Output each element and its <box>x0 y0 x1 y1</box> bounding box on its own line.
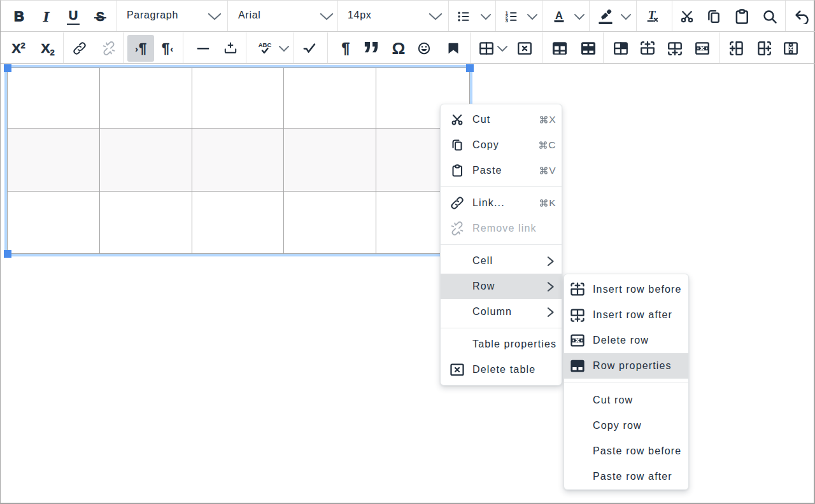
svg-text:”: ” <box>362 37 381 60</box>
svg-text:ABC: ABC <box>259 41 272 48</box>
svg-text:3: 3 <box>506 18 509 24</box>
svg-text:A: A <box>555 10 563 21</box>
